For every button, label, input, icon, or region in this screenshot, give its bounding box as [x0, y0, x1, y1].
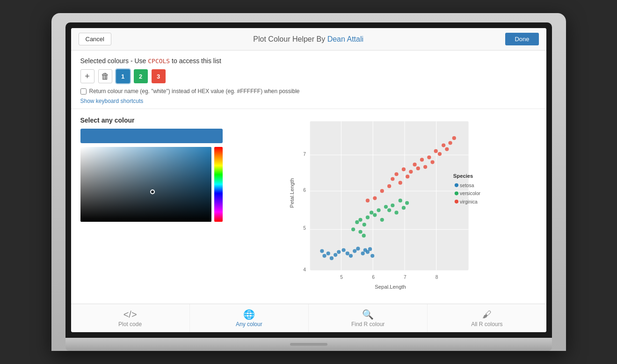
svg-point-59: [413, 163, 416, 167]
svg-point-65: [434, 149, 437, 153]
svg-point-58: [409, 170, 413, 174]
main-content: Select any colour: [71, 109, 546, 304]
svg-text:Sepal.Length: Sepal.Length: [375, 284, 406, 290]
colour-gradient[interactable]: [80, 147, 211, 222]
colour-chip-3[interactable]: 3: [152, 69, 166, 83]
svg-point-26: [348, 254, 352, 258]
svg-point-73: [365, 199, 369, 203]
svg-text:7: 7: [403, 275, 406, 280]
svg-point-44: [387, 208, 391, 212]
svg-text:4: 4: [303, 267, 306, 272]
svg-point-24: [341, 248, 345, 252]
picker-panel: Select any colour: [80, 116, 237, 296]
find-r-colour-icon: 🔍: [362, 310, 374, 319]
nav-item-find-r-colour[interactable]: 🔍 Find R colour: [309, 304, 428, 332]
svg-point-67: [442, 144, 445, 147]
svg-text:6: 6: [372, 275, 375, 280]
svg-text:5: 5: [340, 275, 343, 280]
svg-point-80: [454, 200, 458, 204]
svg-point-18: [322, 254, 326, 258]
svg-text:setosa: setosa: [460, 183, 474, 188]
cancel-button[interactable]: Cancel: [79, 33, 111, 45]
svg-point-27: [353, 249, 356, 253]
svg-point-37: [362, 223, 366, 226]
svg-text:Species: Species: [453, 173, 473, 179]
bottom-nav: </> Plot code 🌐 Any colour 🔍 Find R colo…: [71, 304, 546, 332]
svg-point-62: [423, 165, 427, 169]
svg-point-41: [377, 208, 380, 212]
svg-point-70: [452, 136, 456, 140]
svg-text:virginica: virginica: [460, 199, 478, 204]
hue-bar[interactable]: [214, 147, 223, 222]
by-text: By Dean Attali: [317, 35, 364, 43]
return-name-checkbox[interactable]: [80, 88, 87, 95]
done-button[interactable]: Done: [505, 33, 538, 45]
svg-text:8: 8: [435, 275, 438, 280]
svg-point-52: [387, 184, 391, 188]
cpcols-code: CPCOLS: [148, 58, 170, 65]
svg-point-29: [361, 252, 364, 255]
nav-label-all-r-colours: All R colours: [471, 321, 502, 328]
nav-item-any-colour[interactable]: 🌐 Any colour: [190, 304, 309, 332]
svg-point-45: [391, 204, 394, 207]
delete-colour-button[interactable]: 🗑: [98, 69, 112, 83]
colour-chip-1[interactable]: 1: [116, 69, 130, 83]
any-colour-icon: 🌐: [243, 310, 255, 319]
svg-point-28: [356, 247, 360, 250]
svg-text:6: 6: [303, 188, 306, 193]
svg-point-51: [362, 234, 365, 238]
svg-point-50: [358, 230, 362, 233]
svg-point-25: [345, 252, 349, 255]
colour-input[interactable]: [80, 129, 223, 143]
selected-colours-title: Selected colours - Use CPCOLS to access …: [80, 57, 537, 65]
svg-point-40: [373, 213, 377, 217]
author-link[interactable]: Dean Attali: [327, 35, 363, 43]
svg-point-71: [380, 189, 384, 193]
svg-point-66: [437, 152, 441, 156]
trackpad-notch: [290, 343, 327, 346]
svg-point-48: [401, 206, 405, 210]
svg-point-39: [370, 211, 373, 214]
nav-label-any-colour: Any colour: [236, 321, 262, 328]
svg-point-61: [420, 158, 423, 161]
return-name-label: Return colour name (eg. "white") instead…: [89, 88, 300, 95]
colour-picker-area: [80, 147, 223, 222]
svg-rect-0: [310, 121, 468, 270]
svg-point-34: [351, 227, 355, 231]
svg-point-35: [355, 220, 359, 224]
svg-point-46: [394, 211, 398, 214]
colour-controls: + 🗑 1 2 3: [80, 69, 537, 83]
svg-point-32: [368, 247, 371, 251]
plot-panel: 4 5 6 7 5 6 7 8 Petal.Length Sepal.Lengt…: [237, 116, 537, 296]
svg-text:5: 5: [303, 226, 306, 231]
svg-point-68: [445, 147, 449, 151]
svg-point-54: [394, 172, 398, 176]
nav-item-all-r-colours[interactable]: 🖌 All R colours: [428, 304, 546, 332]
svg-point-63: [427, 155, 431, 159]
svg-point-78: [454, 191, 458, 195]
svg-point-57: [406, 175, 409, 178]
svg-point-55: [398, 181, 402, 185]
svg-point-42: [380, 218, 384, 222]
keyboard-shortcuts-link[interactable]: Show keyboard shortcuts: [80, 98, 144, 104]
svg-text:Petal.Length: Petal.Length: [289, 178, 294, 208]
svg-point-43: [384, 205, 387, 209]
svg-point-49: [405, 201, 409, 205]
svg-text:versicolor: versicolor: [460, 191, 481, 196]
add-colour-button[interactable]: +: [80, 69, 94, 83]
colour-chip-2[interactable]: 2: [134, 69, 148, 83]
svg-point-23: [337, 250, 341, 254]
svg-point-38: [365, 216, 369, 219]
all-r-colours-icon: 🖌: [482, 310, 492, 319]
svg-point-53: [391, 177, 394, 181]
nav-label-find-r-colour: Find R colour: [351, 321, 385, 328]
svg-point-36: [358, 218, 362, 222]
svg-point-56: [401, 167, 405, 171]
svg-point-69: [448, 141, 452, 145]
svg-text:7: 7: [303, 152, 306, 157]
app-title: Plot Colour Helper By Dean Attali: [253, 35, 363, 44]
svg-point-21: [320, 249, 324, 253]
nav-label-plot-code: Plot code: [118, 321, 142, 328]
svg-point-19: [326, 252, 330, 255]
nav-item-plot-code[interactable]: </> Plot code: [71, 304, 190, 332]
